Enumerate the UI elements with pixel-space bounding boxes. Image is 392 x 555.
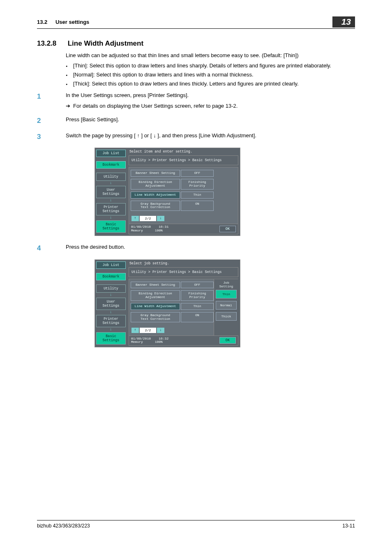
memory-label: Memory (131, 229, 143, 232)
gray-background-button[interactable]: Gray Background Text Correction (131, 312, 180, 323)
chevron-down-icon: ↓ (96, 293, 126, 297)
option-thin-button[interactable]: Thin (216, 290, 237, 298)
nav-utility[interactable]: Utility (96, 284, 126, 293)
chevron-down-icon: ↓ (96, 181, 126, 185)
subsection-title: Line Width Adjustment (68, 39, 143, 47)
status-time: 16:31 (159, 225, 168, 229)
step-1-text: In the User Settings screen, press [Prin… (66, 92, 189, 98)
step-number-2: 2 (37, 116, 66, 126)
binding-direction-value: Finishing Priority (181, 290, 214, 301)
bookmark-tab[interactable]: Bookmark (96, 273, 126, 280)
device-screenshot-1: Job List Bookmark Utility ↓ User Setting… (95, 148, 240, 236)
step-3-text: Switch the page by pressing [ ↑ ] or [ ↓… (66, 132, 256, 139)
breadcrumb: Utility > Printer Settings > Basic Setti… (129, 155, 238, 165)
banner-sheet-setting-button[interactable]: Banner Sheet Setting (131, 282, 180, 289)
step-1-subtext: For details on displaying the User Setti… (73, 102, 238, 110)
nav-utility[interactable]: Utility (96, 173, 126, 181)
memory-value: 100% (155, 229, 163, 232)
step-2-text: Press [Basic Settings]. (66, 116, 119, 123)
top-instruction: Select job setting. (127, 260, 240, 267)
ok-button[interactable]: OK (219, 337, 236, 344)
nav-basic-settings[interactable]: Basic Settings (96, 220, 126, 233)
subsection-heading: 13.2.8 Line Width Adjustment (37, 39, 355, 48)
chevron-down-icon: ↓ (96, 328, 126, 332)
banner-sheet-setting-button[interactable]: Banner Sheet Setting (131, 170, 180, 177)
gray-background-value: ON (181, 312, 214, 323)
nav-user-settings[interactable]: User Settings (96, 186, 126, 198)
header-rule (37, 28, 355, 29)
status-info: 01/09/2010 16:31 Memory 100% (131, 225, 168, 233)
nav-printer-settings[interactable]: Printer Settings (96, 203, 126, 215)
memory-label: Memory (131, 340, 143, 344)
chevron-down-icon: ↓ (96, 216, 126, 220)
page-down-button[interactable]: ↓ (157, 328, 164, 333)
banner-sheet-value: OFF (181, 170, 214, 177)
header-section-title: User settings (55, 19, 89, 25)
step-number-3: 3 (37, 132, 66, 142)
header-section-number: 13.2 (37, 19, 47, 25)
job-setting-panel: Job Setting Thin Normal Thick (214, 279, 238, 335)
bullet-thick: [Thick]: Select this option to draw lett… (66, 80, 355, 88)
line-width-value: Thin (181, 303, 214, 310)
line-width-adjustment-button[interactable]: Line Width Adjustment (131, 303, 180, 310)
footer-model: bizhub 423/363/283/223 (37, 523, 90, 529)
option-normal-button[interactable]: Normal (216, 301, 237, 310)
status-date: 01/09/2010 (131, 337, 151, 340)
intro-paragraph: Line width can be adjusted so that thin … (66, 52, 355, 60)
page-down-button[interactable]: ↓ (157, 216, 164, 221)
breadcrumb: Utility > Printer Settings > Basic Setti… (129, 267, 238, 277)
page-indicator: 2/2 (140, 328, 156, 333)
nav-basic-settings[interactable]: Basic Settings (96, 332, 126, 345)
binding-direction-button[interactable]: Binding Direction Adjustment (131, 179, 180, 190)
binding-direction-value: Finishing Priority (181, 179, 214, 190)
bullet-normal: [Normal]: Select this option to draw let… (66, 71, 355, 79)
status-date: 01/09/2010 (131, 225, 151, 229)
chevron-down-icon: ↓ (96, 310, 126, 314)
gray-background-value: ON (181, 201, 214, 211)
memory-value: 100% (155, 340, 163, 344)
top-instruction: Select item and enter setting. (127, 148, 240, 155)
arrow-icon: ➔ (66, 102, 73, 110)
status-info: 01/09/2010 16:32 Memory 100% (131, 337, 168, 345)
running-header: 13.2 User settings (37, 19, 89, 25)
nav-printer-settings[interactable]: Printer Settings (96, 315, 126, 327)
banner-sheet-value: OFF (181, 282, 214, 289)
ok-button[interactable]: OK (219, 226, 236, 232)
chevron-down-icon: ↓ (96, 199, 126, 203)
line-width-adjustment-button[interactable]: Line Width Adjustment (131, 192, 180, 199)
page-indicator: 2/2 (140, 216, 156, 221)
bullet-thin: [Thin]: Select this option to draw lette… (66, 62, 355, 70)
option-thick-button[interactable]: Thick (216, 312, 237, 321)
job-list-tab[interactable]: Job List (96, 150, 126, 157)
footer-page-number: 13-11 (342, 523, 355, 529)
job-list-tab[interactable]: Job List (96, 261, 126, 269)
step-number-1: 1 (37, 92, 66, 110)
page-up-button[interactable]: ↑ (131, 328, 139, 333)
step-number-4: 4 (37, 243, 66, 254)
subsection-number: 13.2.8 (37, 39, 66, 48)
job-setting-title: Job Setting (216, 281, 237, 288)
device-screenshot-2: Job List Bookmark Utility ↓ User Setting… (95, 259, 240, 348)
bookmark-tab[interactable]: Bookmark (96, 161, 126, 169)
step-4-text: Press the desired button. (66, 244, 125, 250)
footer-rule (37, 520, 355, 520)
chapter-badge: 13 (332, 16, 355, 28)
line-width-value: Thin (181, 192, 214, 199)
page-up-button[interactable]: ↑ (131, 216, 139, 221)
status-time: 16:32 (159, 337, 168, 340)
binding-direction-button[interactable]: Binding Direction Adjustment (131, 290, 180, 301)
nav-user-settings[interactable]: User Settings (96, 298, 126, 310)
gray-background-button[interactable]: Gray Background Text Correction (131, 201, 180, 211)
